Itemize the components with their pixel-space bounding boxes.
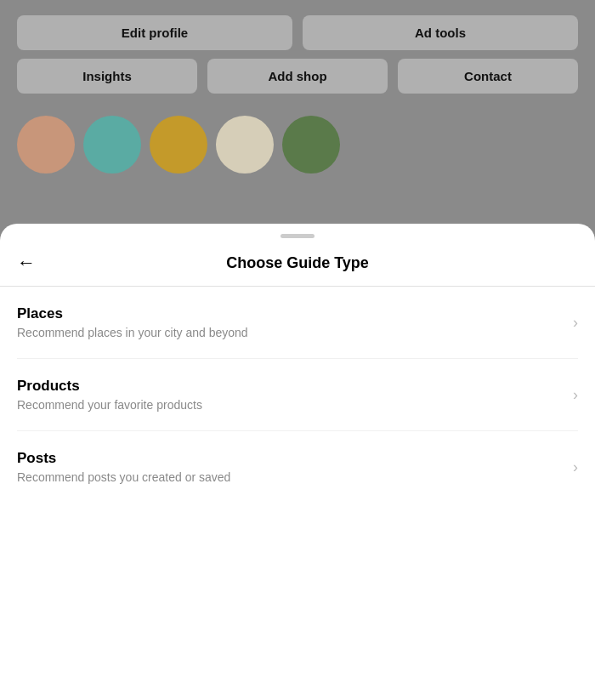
guide-item-products-title: Products: [17, 378, 573, 395]
guide-item-products-text: Products Recommend your favorite product…: [17, 378, 573, 412]
story-circle-2[interactable]: [83, 116, 141, 174]
guide-item-places-desc: Recommend places in your city and beyond: [17, 326, 573, 339]
bottom-sheet: ← Choose Guide Type Places Recommend pla…: [0, 224, 595, 700]
chevron-right-icon-posts: ›: [573, 458, 578, 476]
chevron-right-icon-products: ›: [573, 386, 578, 404]
story-circle-3[interactable]: [150, 116, 207, 174]
edit-profile-button[interactable]: Edit profile: [17, 15, 292, 50]
guide-item-places-text: Places Recommend places in your city and…: [17, 305, 573, 339]
add-shop-button[interactable]: Add shop: [207, 59, 388, 94]
story-circle-4[interactable]: [216, 116, 274, 174]
sheet-header: ← Choose Guide Type: [0, 238, 595, 286]
second-buttons-row: Insights Add shop Contact: [0, 59, 595, 107]
guide-item-products[interactable]: Products Recommend your favorite product…: [17, 359, 578, 431]
story-circle-1[interactable]: [17, 116, 75, 174]
guide-item-places[interactable]: Places Recommend places in your city and…: [17, 287, 578, 359]
guide-item-posts-title: Posts: [17, 450, 573, 467]
chevron-right-icon-places: ›: [573, 314, 578, 332]
guide-item-products-desc: Recommend your favorite products: [17, 398, 573, 412]
back-button[interactable]: ←: [17, 253, 36, 272]
guide-list: Places Recommend places in your city and…: [0, 287, 595, 503]
insights-button[interactable]: Insights: [17, 59, 197, 94]
guide-item-places-title: Places: [17, 305, 573, 322]
background: Edit profile Ad tools Insights Add shop …: [0, 0, 595, 700]
contact-button[interactable]: Contact: [398, 59, 578, 94]
story-circle-5[interactable]: [282, 116, 340, 174]
story-circles-row: [0, 107, 595, 174]
sheet-title: Choose Guide Type: [226, 254, 369, 272]
ad-tools-button[interactable]: Ad tools: [303, 15, 578, 50]
top-buttons-row: Edit profile Ad tools: [0, 0, 595, 59]
guide-item-posts[interactable]: Posts Recommend posts you created or sav…: [17, 431, 578, 503]
guide-item-posts-text: Posts Recommend posts you created or sav…: [17, 450, 573, 484]
guide-item-posts-desc: Recommend posts you created or saved: [17, 470, 573, 484]
